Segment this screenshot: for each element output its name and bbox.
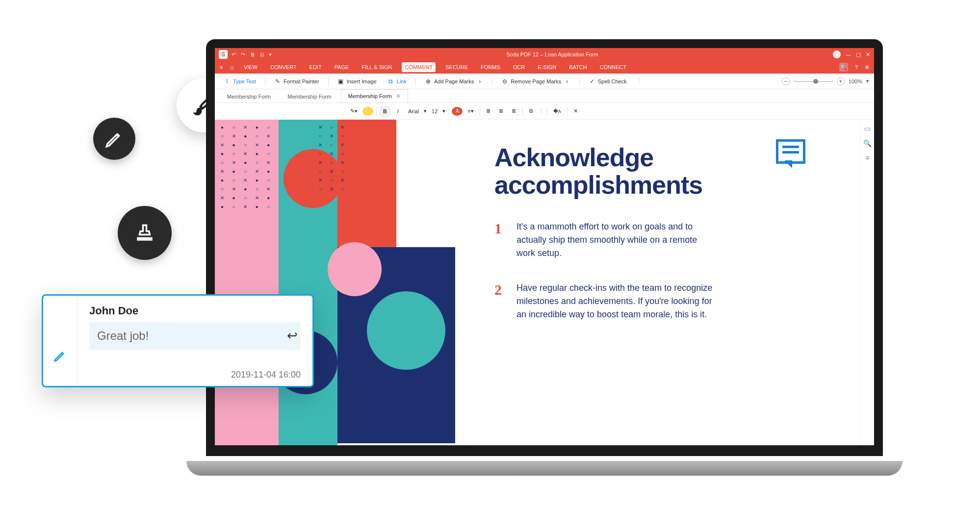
save-icon[interactable]: 🗎 [250,51,256,57]
pen-color-button[interactable]: ✎▾ [347,106,361,117]
laptop-frame: S ↶ ↷ 🗎 ⎙ ▾ Soda PDF 12 – Loan Applicati… [206,39,883,466]
help-icon[interactable]: ? [855,64,858,70]
add-page-marks-button[interactable]: ⊕Add Page Marks› [421,76,487,87]
list-item: 2 Have regular check-ins with the team t… [494,281,835,321]
stamp-tool-badge[interactable] [118,206,172,260]
menu-esign[interactable]: E-SIGN [535,62,559,72]
font-size-select[interactable]: 12 [429,106,440,117]
menu-comment[interactable]: COMMENT [402,62,436,72]
minus-page-icon: ⊖ [501,78,508,85]
menu-ocr[interactable]: OCR [510,62,528,72]
comment-timestamp: 2019-11-04 16:00 [231,370,301,380]
menu-fill-sign[interactable]: FILL & SIGN [359,62,395,72]
comment-popup: John Doe Great job! ↩ 2019-11-04 16:00 [42,294,314,387]
print-icon[interactable]: ⎙ [260,51,264,57]
toolbar-overflow-icon[interactable]: ⋮ [637,78,642,84]
pencil-outline-icon [53,348,68,363]
app-window: S ↶ ↷ 🗎 ⎙ ▾ Soda PDF 12 – Loan Applicati… [215,48,874,445]
zoom-value: 100% [849,78,862,84]
zoom-dropdown-icon[interactable]: ▾ [866,78,869,84]
type-text-button[interactable]: IType Text [220,76,260,87]
zoom-in-button[interactable]: + [837,77,845,85]
artwork-panel: ●○✕●○ ○✕●○✕ ✕●○✕● ●○✕●○ ○✕●○✕ ✕●○✕● ●○✕●… [215,120,455,445]
list-number: 2 [494,281,502,321]
minimize-icon[interactable]: — [846,51,851,57]
list-text: Have regular check-ins with the team to … [516,281,713,321]
panel-pages-icon[interactable]: ▭ [864,125,871,132]
close-icon[interactable]: ✕ [866,51,870,58]
user-avatar-icon[interactable] [833,51,841,58]
panel-search-icon[interactable]: 🔍 [863,139,872,147]
laptop-base [186,461,903,476]
tab-membership-form-1[interactable]: Membership Form [220,90,278,102]
link-button[interactable]: ⧉Link [384,76,411,87]
tab-membership-form-2[interactable]: Membership Form [280,90,338,102]
title-bar: S ↶ ↷ 🗎 ⎙ ▾ Soda PDF 12 – Loan Applicati… [215,48,874,61]
reply-icon[interactable]: ↩ [287,328,298,343]
text-color-red[interactable]: A [452,107,463,116]
spell-check-button[interactable]: ✓Spell Check [585,76,631,87]
stamp-icon [134,223,155,243]
menu-batch[interactable]: BATCH [566,62,590,72]
maximize-icon[interactable]: ▢ [856,51,861,58]
menu-bar: ≡ ⌂ VIEW CONVERT EDIT PAGE FILL & SIGN C… [215,61,874,74]
zoom-slider[interactable] [794,81,833,82]
insert-image-button[interactable]: ▣Insert Image [334,76,381,87]
font-select[interactable]: Arial [405,106,422,117]
menu-secure[interactable]: SECURE [442,62,471,72]
undo-icon[interactable]: ↶ [232,51,236,58]
document-content: Acknowledge accomplishments 1 It's a mam… [455,120,874,445]
text-format-bar: ✎▾ B I Arial ▾ 12 ▾ A ≡▾ ≣ ≣ ≣ ⧉ ⋮ �እ ✕ [342,103,874,120]
bold-button[interactable]: B [380,106,390,117]
document-tabs: Membership Form Membership Form Membersh… [215,89,874,103]
menu-forms[interactable]: FORMS [478,62,503,72]
text-cursor-icon: I [224,78,231,85]
settings-icon[interactable]: ✲ [865,64,869,71]
comment-popup-sidebar [43,296,77,386]
app-logo[interactable]: S [219,50,228,59]
format-painter-button[interactable]: ✎Format Painter [270,76,323,87]
image-icon: ▣ [337,78,344,85]
align-button[interactable]: ≡▾ [464,106,476,117]
align-left-icon[interactable]: ≣ [483,106,494,117]
list-item: 1 It's a mammoth effort to work on goals… [494,220,835,260]
menu-connect[interactable]: CONNECT [597,62,629,72]
zoom-out-button[interactable]: − [782,77,790,85]
remove-page-marks-button[interactable]: ⊖Remove Page Marks› [497,76,574,87]
chevron-right-icon: › [564,78,570,85]
font-dropdown-icon[interactable]: ▾ [424,108,427,114]
document-canvas[interactable]: ●○✕●○ ○✕●○✕ ✕●○✕● ●○✕●○ ○✕●○✕ ✕●○✕● ●○✕●… [215,120,874,445]
menu-page[interactable]: PAGE [332,62,352,72]
paintbrush-icon: ✎ [274,78,281,85]
panel-layers-icon[interactable]: ≡ [865,154,869,162]
pencil-tool-badge[interactable] [93,118,135,160]
search-icon[interactable]: 🔍 [839,63,848,72]
comment-annotation-icon[interactable] [776,139,805,164]
home-icon[interactable]: ⌂ [230,63,233,71]
close-tab-icon[interactable]: ✕ [396,93,401,100]
zoom-control: − + 100% ▾ [782,77,869,85]
spellcheck-icon: ✓ [589,78,595,85]
highlight-color-yellow[interactable] [362,107,373,116]
italic-button[interactable]: I [392,106,403,117]
settings-inline-icon[interactable]: �እ [550,106,564,117]
window-title: Soda PDF 12 – Loan Application Form [272,51,833,57]
comment-message[interactable]: Great job! [89,322,301,350]
pencil-icon [104,128,125,149]
ribbon-toolbar: IType Text ✎Format Painter ▣Insert Image… [215,74,874,89]
plus-page-icon: ⊕ [425,78,432,85]
size-dropdown-icon[interactable]: ▾ [442,108,445,114]
menu-convert[interactable]: CONVERT [267,62,300,72]
link-inline-icon[interactable]: ⧉ [526,106,537,117]
right-sidebar: ▭ 🔍 ≡ [860,120,874,445]
hamburger-icon[interactable]: ≡ [220,64,223,70]
tab-membership-form-3[interactable]: Membership Form✕ [341,89,408,102]
menu-view[interactable]: VIEW [241,62,260,72]
align-right-icon[interactable]: ≣ [509,106,519,117]
list-number: 1 [494,220,502,260]
close-format-bar-icon[interactable]: ✕ [570,106,581,117]
menu-edit[interactable]: EDIT [307,62,325,72]
format-overflow-icon[interactable]: ⋮ [539,108,544,114]
redo-icon[interactable]: ↷ [241,51,245,58]
align-center-icon[interactable]: ≣ [496,106,507,117]
